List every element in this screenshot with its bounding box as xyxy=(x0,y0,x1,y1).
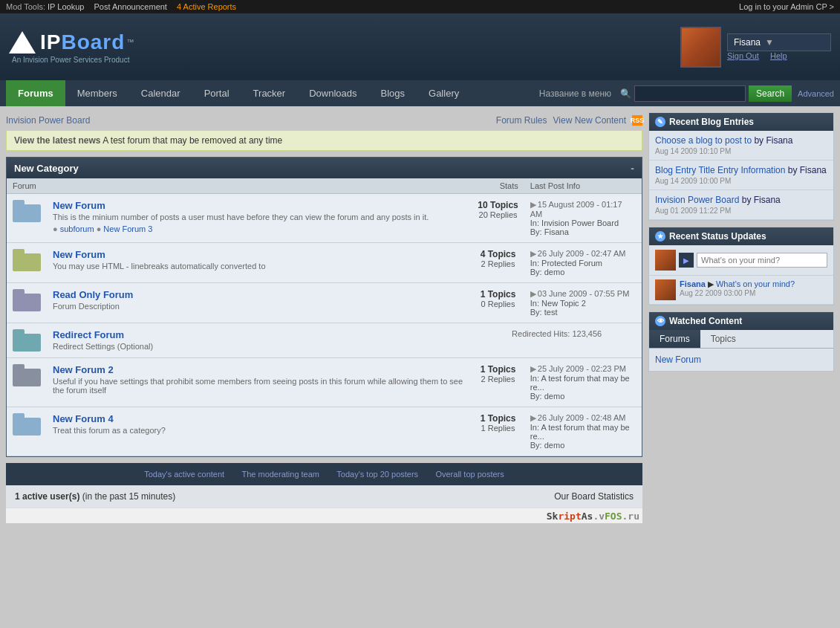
search-button[interactable]: Search xyxy=(749,85,792,102)
category-collapse-button[interactable]: - xyxy=(631,162,634,174)
forum-desc: You may use HTML - linebreaks automatica… xyxy=(53,262,466,271)
table-row: Read Only Forum Forum Description 1 Topi… xyxy=(7,283,642,323)
forum-title-link[interactable]: New Forum xyxy=(53,200,105,211)
forum-stats-cell: 4 Topics 2 Replies xyxy=(472,243,524,283)
avatar-image xyxy=(682,28,720,66)
lastpost-user-link[interactable]: test xyxy=(544,308,558,317)
forum-title-link[interactable]: New Forum 2 xyxy=(53,364,114,375)
watched-item-link[interactable]: New Forum xyxy=(655,355,701,365)
bottom-bar: 1 active user(s) (in the past 15 minutes… xyxy=(6,485,642,508)
status-date: Aug 22 2009 03:00 PM xyxy=(680,289,795,297)
footer-mod-team-link[interactable]: The moderating team xyxy=(241,470,319,479)
nav-members[interactable]: Members xyxy=(65,80,129,106)
topic-count: 10 Topics xyxy=(478,200,518,210)
forum-desc: Treat this forum as a category? xyxy=(53,426,466,435)
search-input[interactable] xyxy=(634,85,746,102)
news-banner-text: A test forum that may be removed at any … xyxy=(102,135,282,146)
lastpost-user-link[interactable]: demo xyxy=(544,392,565,401)
subforum-link-1[interactable]: subforum xyxy=(60,224,94,233)
lastpost-by: By: test xyxy=(530,308,636,317)
lastpost-user-link[interactable]: demo xyxy=(544,268,565,276)
forum-folder-icon xyxy=(13,364,41,386)
lastpost-in: In: A test forum that may be re... xyxy=(530,423,636,441)
forum-rules-link[interactable]: Forum Rules xyxy=(496,115,547,126)
blog-entries-title: Recent Blog Entries xyxy=(669,117,754,127)
nav-downloads[interactable]: Downloads xyxy=(297,80,368,106)
status-username-link[interactable]: Fisana xyxy=(680,279,706,288)
username-label: Fisana xyxy=(734,37,761,48)
logo-text: IPBoard xyxy=(40,30,125,54)
rss-icon: RSS xyxy=(632,115,642,126)
dropdown-arrow-icon: ▼ xyxy=(765,37,774,48)
lastpost-time: 26 July 2009 - 02:48 AM xyxy=(538,413,626,422)
header: IPBoard ™ An Invision Power Services Pro… xyxy=(0,13,840,80)
nav-gallery[interactable]: Gallery xyxy=(417,80,471,106)
topic-count: 1 Topics xyxy=(478,364,518,375)
nav-tracker[interactable]: Tracker xyxy=(241,80,298,106)
lastpost-topic-link[interactable]: New Topic 2 xyxy=(541,299,586,308)
left-column: Invision Power Board Forum Rules View Ne… xyxy=(6,112,642,523)
status-avatar xyxy=(655,250,676,271)
view-new-content-link[interactable]: View New Content xyxy=(553,115,627,126)
watched-tabs: Forums Topics xyxy=(649,330,833,349)
watched-tab-topics[interactable]: Topics xyxy=(700,330,746,348)
user-dropdown[interactable]: Fisana ▼ xyxy=(727,33,831,51)
forum-title-link[interactable]: New Forum xyxy=(53,249,105,260)
user-area: Fisana ▼ Sign Out Help xyxy=(680,27,831,68)
blog-entry-link[interactable]: Choose a blog to post to xyxy=(655,135,752,146)
forum-title-link[interactable]: Redirect Forum xyxy=(53,329,124,340)
advanced-search-link[interactable]: Advanced xyxy=(798,89,834,98)
nav-blogs[interactable]: Blogs xyxy=(369,80,417,106)
subforum-link-2[interactable]: New Forum 3 xyxy=(103,224,152,233)
nav-portal[interactable]: Portal xyxy=(192,80,241,106)
blog-entry-date: Aug 14 2009 10:00 PM xyxy=(655,177,827,185)
lastpost-topic-link[interactable]: A test forum that may be re... xyxy=(530,423,630,441)
watched-content-header: 👁 Watched Content xyxy=(649,312,833,330)
footer-active-content-link[interactable]: Today's active content xyxy=(144,470,224,479)
search-magnifier-icon: 🔍 xyxy=(620,88,631,99)
status-entry-item: Fisana ▶ What's on your mind? Aug 22 200… xyxy=(649,276,833,305)
post-announcement-link[interactable]: Post Announcement xyxy=(94,2,166,11)
forum-folder-icon xyxy=(13,329,41,352)
admin-cp-link[interactable]: Log in to your Admin CP > xyxy=(739,2,834,11)
table-row: New Forum 4 Treat this forum as a catego… xyxy=(7,407,642,456)
footer-top20-link[interactable]: Today's top 20 posters xyxy=(336,470,418,479)
breadcrumb-home-link[interactable]: Invision Power Board xyxy=(6,115,90,126)
lastpost-topic-link[interactable]: A test forum that may be re... xyxy=(530,374,630,392)
signout-link[interactable]: Sign Out xyxy=(727,51,759,60)
user-avatar xyxy=(680,27,721,68)
status-play-button[interactable]: ▶ xyxy=(679,253,694,268)
lastpost-topic-link[interactable]: Invision Power Board xyxy=(541,218,619,227)
help-link[interactable]: Help xyxy=(770,51,787,60)
lastpost-user-link[interactable]: demo xyxy=(544,441,565,450)
blog-entry-link[interactable]: Invision Power Board xyxy=(655,195,739,205)
lastpost-topic-link[interactable]: Protected Forum xyxy=(541,259,602,268)
ip-lookup-link[interactable]: IP Lookup xyxy=(48,2,84,11)
forum-title-link[interactable]: Read Only Forum xyxy=(53,289,133,300)
topic-count: 1 Topics xyxy=(478,289,518,300)
forum-info-cell: Redirect Forum Redirect Settings (Option… xyxy=(47,323,472,358)
forum-title-link[interactable]: New Forum 4 xyxy=(53,413,114,424)
forum-stats-cell: 1 Topics 2 Replies xyxy=(472,358,524,407)
status-input-row: ▶ xyxy=(649,245,833,276)
table-row: Redirect Forum Redirect Settings (Option… xyxy=(7,323,642,358)
active-reports-link[interactable]: 4 Active Reports xyxy=(177,2,236,11)
forum-sub: ● subforum ● New Forum 3 xyxy=(53,224,466,233)
status-input[interactable] xyxy=(697,253,827,268)
footer-overall-link[interactable]: Overall top posters xyxy=(435,470,504,479)
forum-table-header: Forum Stats Last Post Info xyxy=(7,178,642,194)
forum-folder-icon xyxy=(13,249,41,271)
watched-content-panel: 👁 Watched Content Forums Topics New Foru… xyxy=(648,311,834,372)
lastpost-user-link[interactable]: Fisana xyxy=(544,227,569,236)
lastpost-arrow-icon: ▶ xyxy=(530,249,536,258)
nav-calendar[interactable]: Calendar xyxy=(129,80,192,106)
blog-entry-link[interactable]: Blog Entry Title Entry Information xyxy=(655,165,785,175)
lastpost-by: By: demo xyxy=(530,268,636,276)
watched-tab-forums[interactable]: Forums xyxy=(649,330,700,348)
nav-forums[interactable]: Forums xyxy=(6,80,65,106)
forum-lastpost-cell: ▶03 June 2009 - 07:55 PM In: New Topic 2… xyxy=(524,283,642,323)
forum-folder-icon xyxy=(13,200,41,222)
status-thought-link[interactable]: What's on your mind? xyxy=(716,279,795,288)
blog-entries-header: ✎ Recent Blog Entries xyxy=(649,113,833,131)
logo-trademark: ™ xyxy=(126,38,134,46)
